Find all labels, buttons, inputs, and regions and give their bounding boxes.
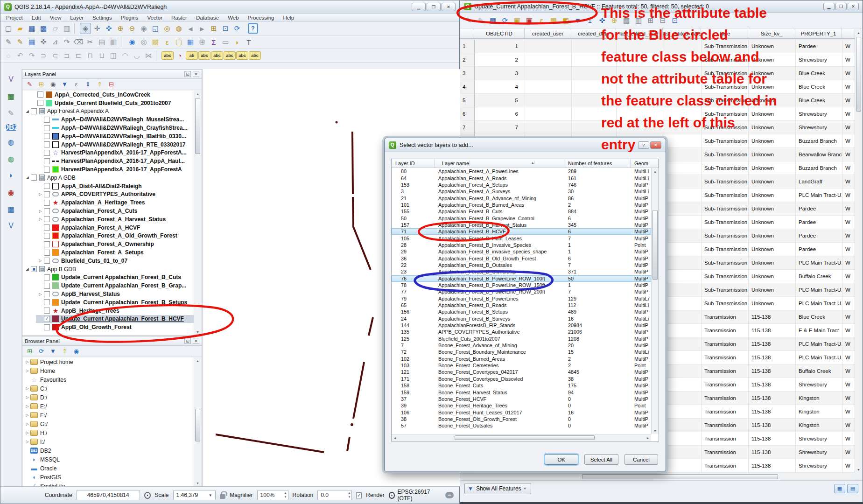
zoom-native-icon[interactable]: ◉ (138, 23, 149, 34)
paste-rows-icon[interactable]: ▥ (633, 15, 644, 26)
layer-visibility-checkbox[interactable] (44, 133, 50, 139)
browser-scrollbar[interactable]: ▲ ▼ (194, 357, 201, 486)
expand-arrow-icon[interactable]: ▷ (25, 360, 30, 364)
layer-visibility-checkbox[interactable] (44, 158, 50, 164)
rotate-label-icon[interactable]: abc (236, 51, 248, 60)
browser-item[interactable]: ☆ Favourites (23, 375, 194, 384)
layer-item[interactable]: AppB_Old_Growth_Forest (36, 323, 194, 331)
column-header[interactable]: last_edited_date (663, 28, 701, 38)
dialog-layer-row[interactable]: 78 Appalachian_Forest_B_PowerLine_ROW_15… (392, 282, 651, 288)
dialog-layer-row[interactable]: 22 Appalachian_Forest_B_Outsales 7 Multi… (392, 262, 651, 268)
layer-visibility-checkbox[interactable] (44, 250, 50, 256)
cut-features-icon[interactable]: ✂ (84, 36, 96, 48)
statistics-icon[interactable]: Σ (208, 36, 219, 48)
add-db2-layer-icon[interactable]: DB2 (6, 124, 16, 131)
dialog-layer-row[interactable]: 80 Appalachian_Forest_A_PowerLines 289 M… (392, 168, 651, 175)
layer-visibility-checkbox[interactable] (44, 191, 50, 197)
toggle-editing-icon[interactable]: ✎ (463, 15, 474, 26)
layer-visibility-checkbox[interactable] (44, 283, 50, 289)
float-panel-button[interactable]: ⊡ (184, 71, 191, 77)
properties-widget-icon[interactable]: ◉ (72, 347, 81, 356)
ok-button[interactable]: OK (545, 454, 578, 465)
column-header[interactable]: created_date (571, 28, 616, 38)
browser-item[interactable]: ◖ PostGIS (23, 473, 194, 482)
table-row[interactable]: 7 7 Sub-Transmission Unknown Shrewsbury … (461, 121, 861, 134)
text-annotation-icon[interactable]: T (243, 36, 254, 48)
dialog-layer-row[interactable]: 79 Appalachian_Forest_B_PowerLines 129 M… (392, 295, 651, 302)
pan-to-selection-icon[interactable]: ✜ (103, 23, 114, 34)
dialog-layer-row[interactable]: 106 Boone_Forest_Hunt_Leases_012017 16 M… (392, 409, 651, 415)
expand-arrow-icon[interactable]: ▷ (25, 422, 30, 426)
column-header[interactable]: PROPERTY_1 (795, 28, 842, 38)
close-button[interactable]: ✕ (442, 3, 456, 11)
toggle-editing-icon[interactable]: ✎ (14, 36, 26, 48)
expand-all-icon[interactable]: ⇓ (84, 80, 92, 89)
filter-form-icon[interactable]: ▼ (572, 15, 583, 26)
column-header[interactable]: Type (701, 28, 748, 38)
layer-item[interactable]: ▷ Bluefield_Cuts_01_to_07 (36, 257, 194, 265)
layer-visibility-checkbox[interactable] (44, 200, 50, 206)
layer-visibility-checkbox[interactable] (44, 291, 50, 297)
table-row[interactable]: 5 5 Sub-Transmission Unknown Blue Creek … (461, 94, 861, 107)
measure-line-icon[interactable]: ▭ (220, 36, 231, 48)
layer-item[interactable]: ☆ HarvestPlanAppendixA_2016-17_AppForest… (36, 149, 194, 157)
browser-item[interactable]: DB2 DB2 (23, 446, 194, 455)
expand-arrow-icon[interactable]: ▷ (25, 413, 30, 417)
layer-item[interactable]: AppA_Dist4-All&Dist2-Raleigh (36, 182, 194, 190)
dialog-layer-row[interactable]: 158 Boone_Forest_Cuts 175 MultiP (392, 382, 651, 389)
browser-item[interactable]: ▷ D:/ (23, 393, 194, 402)
close-button[interactable]: ✕ (650, 141, 661, 149)
table-row[interactable]: 4 4 Sub-Transmission Unknown Blue Creek … (461, 80, 861, 94)
menu-item[interactable]: Layer (70, 15, 84, 21)
table-view-button[interactable]: ▦ (834, 484, 845, 493)
zoom-full-icon[interactable]: ◱ (150, 23, 161, 34)
layer-item[interactable]: ▷ Appalachian_Forest_A_Cuts (36, 207, 194, 215)
pin-labels-icon[interactable]: abc (198, 51, 210, 60)
layer-visibility-checkbox[interactable] (44, 216, 50, 222)
select-by-expression-icon[interactable]: ε (161, 36, 173, 48)
current-edits-icon[interactable]: ✎ (3, 36, 14, 48)
add-postgis-layer-icon[interactable]: ◍ (6, 153, 17, 164)
browser-item[interactable]: ▷ I:/ (23, 437, 194, 446)
menu-item[interactable]: Plugins (121, 15, 139, 21)
layer-item[interactable]: Appalachian_Forest_A_HCVF (36, 224, 194, 232)
zoom-to-selection-icon[interactable]: ⊕ (609, 15, 620, 26)
layer-visibility-checkbox[interactable] (44, 150, 50, 156)
scale-combobox[interactable]: 1:46,379▼ (173, 490, 216, 500)
minimize-button[interactable]: ▁ (823, 3, 835, 10)
dialog-layer-row[interactable]: 50 Appalachian_Forest_B_Grapevine_Contro… (392, 215, 651, 221)
move-selection-to-top-icon[interactable]: ↥ (584, 15, 596, 26)
dialog-layer-row[interactable]: 23 Appalachian_Forest_B_Ownership 371 Mu… (392, 268, 651, 275)
pan-map-icon[interactable]: ✛ (91, 23, 103, 34)
open-attribute-table-icon[interactable]: ▦ (185, 36, 196, 48)
filter-legend-icon[interactable]: ▼ (60, 80, 69, 89)
save-edits-icon[interactable]: ▦ (487, 15, 498, 26)
expand-arrow-icon[interactable]: ◢ (25, 267, 30, 271)
crs-icon[interactable] (389, 492, 395, 499)
dialog-layer-row[interactable]: 21 Appalachian_Forest_B_Advance_of_Minin… (392, 195, 651, 201)
delete-selected-icon[interactable]: ⌫ (73, 36, 84, 48)
lock-scale-icon[interactable] (220, 494, 226, 499)
browser-item[interactable]: ▷ Home (23, 366, 194, 375)
merge-attributes-icon[interactable]: ⊔ (96, 50, 107, 61)
zoom-to-layer-icon[interactable]: ◍ (173, 23, 184, 34)
new-bookmark-icon[interactable]: ⊞ (208, 23, 219, 34)
expand-arrow-icon[interactable]: ▷ (25, 431, 30, 435)
add-raster-layer-icon[interactable]: ▦ (6, 91, 17, 102)
rotate-feature-icon[interactable]: ↷ (61, 36, 72, 48)
rotate-point-symbols-icon[interactable]: ◫ (108, 50, 119, 61)
layer-visibility-checkbox[interactable]: ■ (31, 266, 37, 272)
expand-arrow-icon[interactable]: ▷ (38, 292, 43, 296)
dialog-layer-row[interactable]: 7 Boone_Forest_Advance_of_Mining 20 Mult… (392, 342, 651, 349)
layer-item[interactable]: AppA_Corrected_Cuts_InCowCreek (29, 91, 194, 99)
layer-visibility-checkbox[interactable] (44, 274, 50, 280)
close-panel-button[interactable]: ✕ (193, 338, 199, 344)
layer-visibility-checkbox[interactable] (44, 117, 50, 123)
composer-manager-icon[interactable]: ▥ (61, 23, 72, 34)
reshape-features-icon[interactable]: ⊃ (38, 50, 49, 61)
layer-item[interactable]: AppA--D4WVAll&D2WVRaliegh_RTE_03302017 (36, 140, 194, 149)
refresh-browser-icon[interactable]: ⟳ (37, 347, 46, 356)
zoom-out-icon[interactable]: ⊖ (126, 23, 138, 34)
attribute-table-vscrollbar[interactable]: ▲ ▼ (855, 29, 862, 473)
touch-zoom-pan-icon[interactable]: ◈ (80, 23, 91, 34)
